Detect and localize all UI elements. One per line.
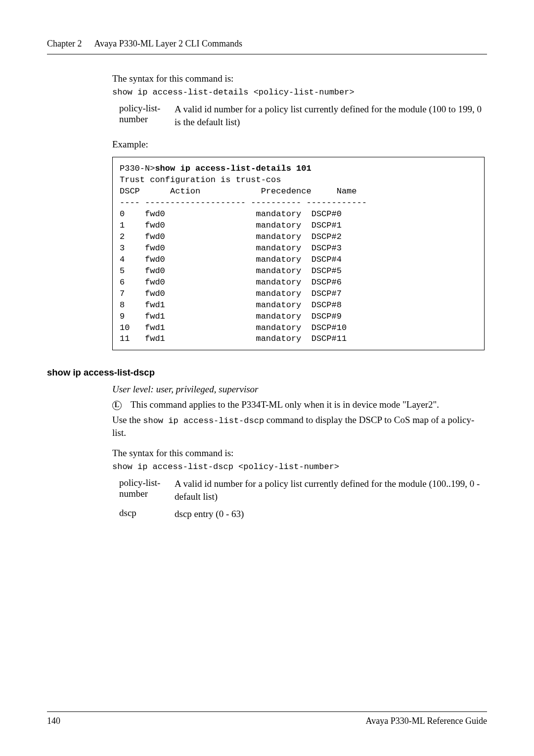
info-icon: L [112,398,131,412]
code-row: 7 fwd0 mandatory DSCP#7 [120,289,342,298]
page-header: Chapter 2 Avaya P330-ML Layer 2 CLI Comm… [47,39,487,54]
chapter-number: Chapter 2 [47,39,82,49]
code-row: 2 fwd0 mandatory DSCP#2 [120,232,342,241]
note-text: This command applies to the P334T-ML onl… [131,398,485,412]
section-heading: show ip access-list-dscp [47,367,485,378]
param-row: policy-list-number A valid id number for… [119,477,485,504]
param-desc: dscp entry (0 - 63) [175,504,485,521]
code-line: Trust configuration is trust-cos [120,175,281,185]
main-content: The syntax for this command is: show ip … [112,72,485,520]
code-col2: Action [170,187,200,196]
param-name: dscp [119,504,175,521]
code-row: 1 fwd0 mandatory DSCP#1 [120,221,342,230]
code-row: 11 fwd1 mandatory DSCP#11 [120,334,347,343]
param-table: policy-list-number A valid id number for… [119,103,485,129]
syntax-intro-2: The syntax for this command is: [112,447,485,460]
guide-name: Avaya P330-ML Reference Guide [366,716,487,726]
use-paragraph: Use the show ip access-list-dscp command… [112,414,485,440]
code-row: 3 fwd0 mandatory DSCP#3 [120,243,342,253]
param-name: policy-list-number [119,477,175,504]
page-footer: 140 Avaya P330-ML Reference Guide [47,711,487,726]
code-prompt: P330-N> [120,164,155,173]
code-command: show ip access-list-details 101 [155,164,311,173]
code-row: 10 fwd1 mandatory DSCP#10 [120,323,347,332]
code-col4: Name [337,187,357,196]
param-desc: A valid id number for a policy list curr… [175,103,485,129]
syntax-command-2: show ip access-list-dscp <policy-list-nu… [112,462,485,472]
param-name: policy-list-number [119,103,175,129]
use-text-pre: Use the [112,415,143,425]
code-dashes: ---- -------------------- ---------- ---… [120,198,367,207]
page-number: 140 [47,716,60,726]
user-level: User level: user, privileged, supervisor [112,383,485,396]
syntax-intro: The syntax for this command is: [112,72,485,86]
code-row: 9 fwd1 mandatory DSCP#9 [120,312,342,321]
code-row: 8 fwd1 mandatory DSCP#8 [120,300,342,310]
code-row: 6 fwd0 mandatory DSCP#6 [120,278,342,287]
chapter-title: Avaya P330-ML Layer 2 CLI Commands [94,39,242,49]
param-row: policy-list-number A valid id number for… [119,103,485,129]
note-item: L This command applies to the P334T-ML o… [112,398,485,412]
code-row: 4 fwd0 mandatory DSCP#4 [120,255,342,264]
param-desc: A valid id number for a policy list curr… [175,477,485,504]
code-col3: Precedence [261,187,312,196]
code-row: 5 fwd0 mandatory DSCP#5 [120,266,342,276]
example-label: Example: [112,138,485,151]
syntax-command: show ip access-list-details <policy-list… [112,88,485,97]
param-row: dscp dscp entry (0 - 63) [119,504,485,521]
use-command: show ip access-list-dscp [143,416,264,425]
code-col1: DSCP [120,187,140,196]
code-example: P330-N>show ip access-list-details 101 T… [112,157,485,350]
param-table-2: policy-list-number A valid id number for… [119,477,485,521]
code-row: 0 fwd0 mandatory DSCP#0 [120,209,342,219]
